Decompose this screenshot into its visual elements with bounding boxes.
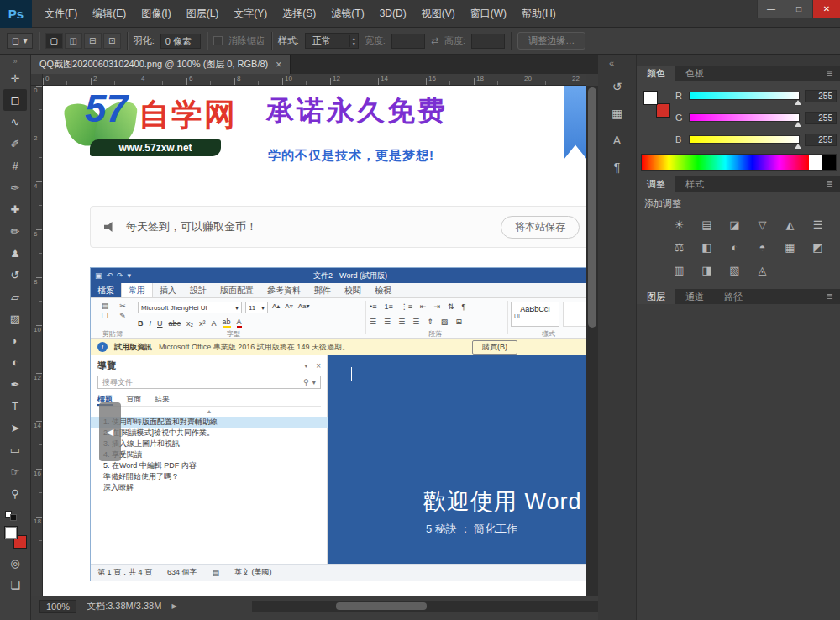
history-brush-tool[interactable]: ↺ [3, 264, 27, 286]
tab-close-icon[interactable]: × [276, 59, 281, 71]
menu-item[interactable]: 帮助(H) [514, 0, 564, 28]
slider-thumb-icon[interactable] [795, 122, 801, 127]
rectangular-marquee-tool[interactable]: ◻ [3, 89, 27, 111]
menu-item[interactable]: 文件(F) [37, 0, 85, 28]
black-white-icon[interactable]: ◧ [693, 236, 721, 259]
feather-input[interactable]: 0 像素 [160, 34, 201, 49]
eyedropper-tool[interactable]: ✑ [3, 176, 27, 198]
horizontal-scrollbar[interactable] [252, 601, 605, 612]
refine-edge-button[interactable]: 调整边缘… [517, 32, 585, 50]
rectangle-tool[interactable]: ▭ [3, 439, 27, 460]
screen-mode-button[interactable]: ❏ [3, 574, 27, 596]
curves-icon[interactable]: ◪ [721, 213, 748, 236]
menu-item[interactable]: 视图(V) [414, 0, 463, 28]
zoom-tool[interactable]: ⚲ [3, 482, 27, 504]
panel-menu-icon[interactable]: ≣ [827, 66, 840, 81]
paragraph-panel-icon[interactable]: ¶ [598, 154, 636, 181]
panel-tab[interactable]: 通道 [675, 289, 714, 304]
menu-item[interactable]: 文字(Y) [226, 0, 275, 28]
path-selection-tool[interactable]: ➤ [3, 417, 27, 439]
pen-tool[interactable]: ✒ [3, 373, 27, 395]
posterize-icon[interactable]: ▥ [665, 259, 693, 281]
channel-slider[interactable] [689, 135, 800, 144]
type-tool[interactable]: T [3, 395, 27, 417]
new-selection-icon[interactable]: ▢ [45, 33, 63, 49]
menu-item[interactable]: 滤镜(T) [323, 0, 371, 28]
channel-value-field[interactable]: 255 [805, 90, 837, 102]
color-balance-icon[interactable]: ⚖ [665, 236, 693, 259]
menu-item[interactable]: 图层(L) [179, 0, 227, 28]
eraser-tool[interactable]: ▱ [3, 286, 27, 307]
dock-collapse-icon[interactable]: « [609, 58, 614, 68]
foreground-color-swatch[interactable] [643, 91, 658, 105]
background-color-swatch[interactable] [656, 103, 670, 118]
default-colors-icon[interactable] [5, 511, 17, 521]
width-input[interactable] [391, 34, 425, 49]
hue-saturation-icon[interactable]: ☰ [804, 213, 832, 236]
horizontal-scrollbar-thumb[interactable] [336, 602, 427, 610]
threshold-icon[interactable]: ◨ [693, 259, 721, 281]
panel-tab[interactable]: 颜色 [637, 66, 675, 81]
gradient-tool[interactable]: ▨ [3, 307, 27, 329]
properties-panel-icon[interactable]: ▦ [598, 100, 636, 127]
panel-tab[interactable]: 色板 [675, 66, 714, 81]
panel-tab[interactable]: 调整 [637, 176, 675, 192]
move-tool[interactable]: ✛ [3, 67, 27, 89]
channel-slider[interactable] [689, 92, 800, 100]
levels-icon[interactable]: ▤ [693, 213, 721, 236]
invert-icon[interactable]: ◩ [804, 236, 832, 259]
selective-color-icon[interactable]: ◬ [748, 259, 776, 281]
status-menu-arrow-icon[interactable]: ▶ [171, 602, 176, 610]
panel-color-swatches[interactable] [643, 91, 670, 118]
height-input[interactable] [471, 34, 505, 49]
panel-menu-icon[interactable]: ≣ [827, 176, 840, 192]
clone-stamp-tool[interactable]: ♟ [3, 242, 27, 264]
channel-slider[interactable] [689, 113, 800, 122]
color-lookup-icon[interactable]: ▦ [776, 236, 804, 259]
menu-item[interactable]: 选择(S) [275, 0, 323, 28]
panel-tab[interactable]: 路径 [714, 289, 753, 304]
color-spectrum-ramp[interactable] [641, 154, 837, 171]
swap-dimensions-icon[interactable]: ⇄ [431, 35, 438, 46]
menu-item[interactable]: 图像(I) [134, 0, 178, 28]
blur-tool[interactable]: ◗ [3, 329, 27, 351]
menu-item[interactable]: 编辑(E) [85, 0, 134, 28]
tool-preset-dropdown[interactable]: ◻ ▾ [7, 33, 33, 49]
hand-tool[interactable]: ☞ [3, 460, 27, 482]
minimize-button[interactable]: — [757, 0, 785, 18]
panel-menu-icon[interactable]: ≣ [827, 289, 840, 304]
spot-healing-brush-tool[interactable]: ✚ [3, 198, 27, 220]
panel-tab[interactable]: 样式 [675, 176, 714, 192]
foreground-color-swatch[interactable] [4, 526, 18, 539]
spinner-icon[interactable]: ▴▾ [349, 35, 358, 47]
history-panel-icon[interactable]: ↺ [598, 73, 636, 100]
quick-selection-tool[interactable]: ✐ [3, 133, 27, 155]
photo-filter-icon[interactable]: ◐ [721, 236, 748, 259]
antialias-checkbox[interactable] [213, 36, 223, 45]
foreground-background-swatches[interactable] [4, 526, 27, 549]
canvas[interactable]: 57 自学网 www.57zxw.net 承诺永久免费 学的不仅是技术，更是梦想… [43, 86, 586, 596]
style-dropdown[interactable]: 正常 ▴▾ [305, 33, 359, 49]
maximize-button[interactable]: □ [785, 0, 812, 18]
intersect-selection-icon[interactable]: ⊡ [103, 33, 121, 49]
close-button[interactable]: ✕ [812, 0, 840, 18]
channel-value-field[interactable]: 255 [805, 134, 837, 146]
brightness-contrast-icon[interactable]: ☀ [665, 213, 693, 236]
crop-tool[interactable]: # [3, 155, 27, 176]
subtract-selection-icon[interactable]: ⊟ [84, 33, 102, 49]
channel-mixer-icon[interactable]: ◓ [748, 236, 776, 259]
vertical-scrollbar[interactable] [586, 86, 598, 596]
lasso-tool[interactable]: ∿ [3, 111, 27, 133]
vertical-scrollbar-thumb[interactable] [588, 87, 596, 328]
panel-tab[interactable]: 图层 [637, 289, 675, 304]
menu-item[interactable]: 3D(D) [372, 0, 414, 28]
document-tab[interactable]: QQ截图20200603102400.png @ 100% (图层 0, RGB… [31, 55, 291, 74]
gradient-map-icon[interactable]: ▧ [721, 259, 748, 281]
brush-tool[interactable]: ✏ [3, 220, 27, 242]
slider-thumb-icon[interactable] [795, 144, 801, 149]
quick-mask-button[interactable]: ◎ [3, 552, 27, 574]
add-selection-icon[interactable]: ◫ [65, 33, 82, 49]
dodge-tool[interactable]: ◐ [3, 351, 27, 373]
vibrance-icon[interactable]: ◭ [776, 213, 804, 236]
slider-thumb-icon[interactable] [795, 100, 801, 105]
